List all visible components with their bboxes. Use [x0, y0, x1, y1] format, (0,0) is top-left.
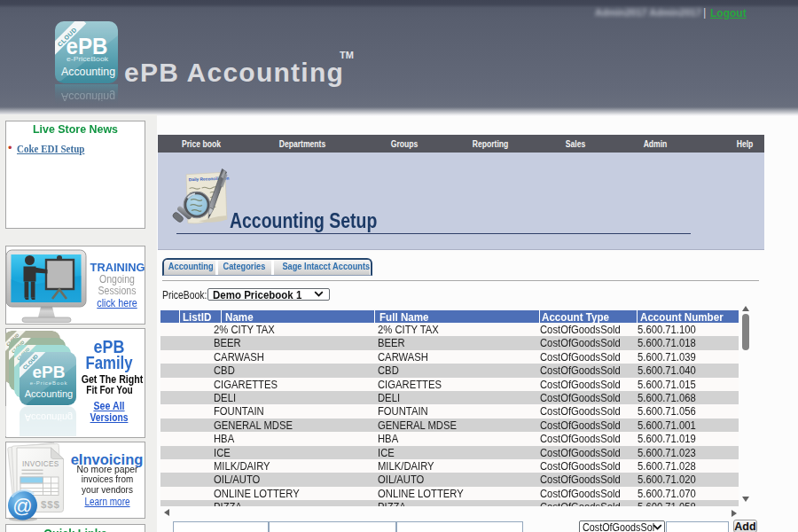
svg-text:e-PriceBook: e-PriceBook: [66, 55, 108, 63]
svg-text:Accounting: Accounting: [61, 90, 115, 104]
svg-text:$$$: $$$: [41, 499, 60, 510]
svg-text:@: @: [12, 495, 32, 517]
svg-text:Accounting: Accounting: [61, 65, 115, 78]
svg-text:e-PriceBook: e-PriceBook: [30, 380, 68, 386]
svg-text:INVOICES: INVOICES: [22, 460, 59, 468]
svg-text:ePB: ePB: [33, 363, 66, 381]
svg-text:Accounting: Accounting: [25, 388, 73, 399]
